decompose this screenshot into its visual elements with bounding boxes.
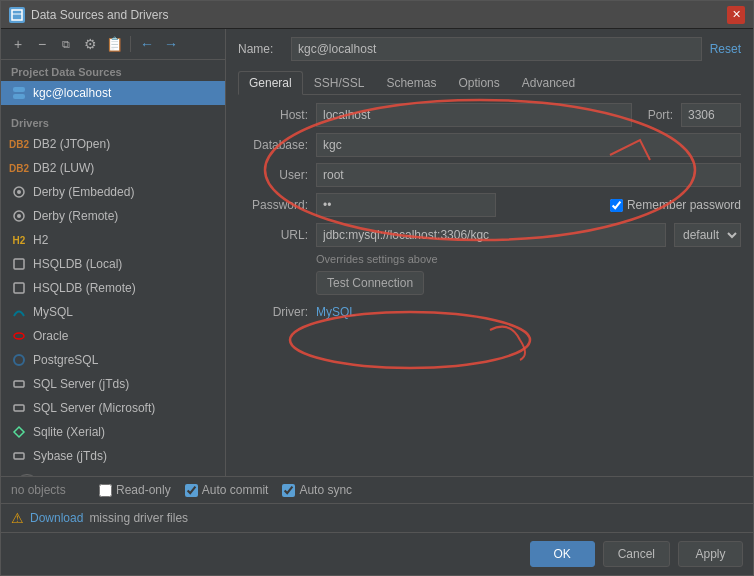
password-row: Password: Remember password bbox=[238, 193, 741, 217]
url-input[interactable] bbox=[316, 223, 666, 247]
svg-point-5 bbox=[17, 190, 21, 194]
sidebar-item-oracle[interactable]: Oracle bbox=[1, 324, 225, 348]
svg-rect-3 bbox=[13, 94, 25, 99]
database-label: Database: bbox=[238, 138, 308, 152]
driver-icon bbox=[11, 256, 27, 272]
svg-rect-8 bbox=[14, 259, 24, 269]
port-label: Port: bbox=[648, 108, 673, 122]
sidebar-item-db2-jtopen[interactable]: DB2 DB2 (JTOpen) bbox=[1, 132, 225, 156]
url-row: URL: default bbox=[238, 223, 741, 247]
driver-label-text: Driver: bbox=[238, 305, 308, 319]
driver-link[interactable]: MySQL bbox=[316, 305, 356, 319]
drivers-section-label: Drivers bbox=[1, 111, 225, 132]
forward-button[interactable]: → bbox=[160, 33, 182, 55]
user-input[interactable] bbox=[316, 163, 741, 187]
settings-button[interactable]: ⚙ bbox=[79, 33, 101, 55]
copy-button[interactable]: 📋 bbox=[103, 33, 125, 55]
driver-label: Sqlite (Xerial) bbox=[33, 425, 105, 439]
readonly-checkbox[interactable] bbox=[99, 484, 112, 497]
sidebar-item-derby-embedded[interactable]: Derby (Embedded) bbox=[1, 180, 225, 204]
sybase-icon bbox=[11, 448, 27, 464]
form-area: Host: Port: Database: User: Pass bbox=[238, 103, 741, 468]
sidebar-item-sqlite[interactable]: Sqlite (Xerial) bbox=[1, 420, 225, 444]
cancel-button[interactable]: Cancel bbox=[603, 541, 670, 567]
reset-button[interactable]: Reset bbox=[710, 42, 741, 56]
driver-label: MySQL bbox=[33, 305, 73, 319]
sqlserver-icon bbox=[11, 376, 27, 392]
user-row: User: bbox=[238, 163, 741, 187]
tab-advanced[interactable]: Advanced bbox=[511, 71, 586, 94]
sidebar-item-h2[interactable]: H2 H2 bbox=[1, 228, 225, 252]
driver-icon: DB2 bbox=[11, 136, 27, 152]
remove-button[interactable]: − bbox=[31, 33, 53, 55]
sidebar-item-sqlserver-ms[interactable]: SQL Server (Microsoft) bbox=[1, 396, 225, 420]
readonly-label: Read-only bbox=[116, 483, 171, 497]
no-objects-text: no objects bbox=[11, 483, 91, 497]
autocommit-item: Auto commit bbox=[185, 483, 269, 497]
tab-general[interactable]: General bbox=[238, 71, 303, 95]
close-button[interactable]: ✕ bbox=[727, 6, 745, 24]
tab-options[interactable]: Options bbox=[447, 71, 510, 94]
svg-rect-12 bbox=[14, 381, 24, 387]
warning-bar: ⚠ Download missing driver files bbox=[1, 503, 753, 532]
sidebar-item-label: kgc@localhost bbox=[33, 86, 111, 100]
driver-icon: DB2 bbox=[11, 160, 27, 176]
name-label: Name: bbox=[238, 42, 283, 56]
sidebar-item-mysql[interactable]: MySQL bbox=[1, 300, 225, 324]
apply-button[interactable]: Apply bbox=[678, 541, 743, 567]
driver-label: SQL Server (jTds) bbox=[33, 377, 129, 391]
driver-label: Oracle bbox=[33, 329, 68, 343]
port-input[interactable] bbox=[681, 103, 741, 127]
svg-rect-0 bbox=[12, 10, 22, 20]
back-button[interactable]: ← bbox=[136, 33, 158, 55]
url-label: URL: bbox=[238, 228, 308, 242]
autocommit-checkbox[interactable] bbox=[185, 484, 198, 497]
sidebar-item-derby-remote[interactable]: Derby (Remote) bbox=[1, 204, 225, 228]
oracle-icon bbox=[11, 328, 27, 344]
database-row: Database: bbox=[238, 133, 741, 157]
sidebar-item-kgc[interactable]: kgc@localhost bbox=[1, 81, 225, 105]
download-link[interactable]: Download bbox=[30, 511, 83, 525]
add-button[interactable]: + bbox=[7, 33, 29, 55]
remember-label: Remember password bbox=[627, 198, 741, 212]
name-input[interactable] bbox=[291, 37, 702, 61]
sidebar-bottom: ? bbox=[1, 468, 225, 476]
window: Data Sources and Drivers ✕ + − ⧉ ⚙ 📋 ← →… bbox=[0, 0, 754, 576]
sidebar-item-hsqldb-remote[interactable]: HSQLDB (Remote) bbox=[1, 276, 225, 300]
autocommit-label: Auto commit bbox=[202, 483, 269, 497]
sidebar-item-sybase[interactable]: Sybase (jTds) bbox=[1, 444, 225, 468]
ok-button[interactable]: OK bbox=[530, 541, 595, 567]
window-icon bbox=[9, 7, 25, 23]
sidebar-item-db2-luw[interactable]: DB2 DB2 (LUW) bbox=[1, 156, 225, 180]
driver-label: HSQLDB (Remote) bbox=[33, 281, 136, 295]
svg-point-11 bbox=[14, 355, 24, 365]
host-row: Host: Port: bbox=[238, 103, 741, 127]
svg-rect-13 bbox=[14, 405, 24, 411]
remember-checkbox[interactable] bbox=[610, 199, 623, 212]
test-connection-row: Test Connection bbox=[238, 271, 741, 295]
host-input[interactable] bbox=[316, 103, 632, 127]
driver-label: Derby (Remote) bbox=[33, 209, 118, 223]
warning-icon: ⚠ bbox=[11, 510, 24, 526]
autosync-checkbox[interactable] bbox=[282, 484, 295, 497]
url-scheme-select[interactable]: default bbox=[674, 223, 741, 247]
checkbox-group: Read-only Auto commit Auto sync bbox=[99, 483, 743, 497]
svg-rect-9 bbox=[14, 283, 24, 293]
tab-ssh-ssl[interactable]: SSH/SSL bbox=[303, 71, 376, 94]
sqlite-icon bbox=[11, 424, 27, 440]
svg-rect-2 bbox=[13, 87, 25, 92]
tab-schemas[interactable]: Schemas bbox=[375, 71, 447, 94]
password-input[interactable] bbox=[316, 193, 496, 217]
sidebar-toolbar: + − ⧉ ⚙ 📋 ← → bbox=[1, 29, 225, 60]
sidebar-item-sqlserver-jtds[interactable]: SQL Server (jTds) bbox=[1, 372, 225, 396]
database-input[interactable] bbox=[316, 133, 741, 157]
duplicate-button[interactable]: ⧉ bbox=[55, 33, 77, 55]
password-label: Password: bbox=[238, 198, 308, 212]
sidebar-item-postgresql[interactable]: PostgreSQL bbox=[1, 348, 225, 372]
driver-label: PostgreSQL bbox=[33, 353, 98, 367]
driver-icon bbox=[11, 208, 27, 224]
test-connection-button[interactable]: Test Connection bbox=[316, 271, 424, 295]
sqlserver-ms-icon bbox=[11, 400, 27, 416]
sidebar-item-hsqldb-local[interactable]: HSQLDB (Local) bbox=[1, 252, 225, 276]
bottom-bar: no objects Read-only Auto commit Auto sy… bbox=[1, 476, 753, 503]
